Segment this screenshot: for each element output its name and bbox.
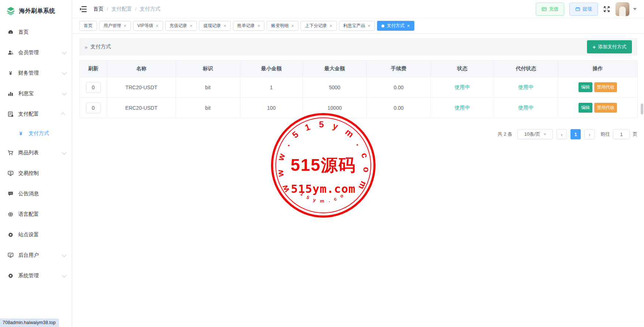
tab-账变明细[interactable]: 账变明细× <box>267 21 298 31</box>
tab-首页[interactable]: 首页 <box>79 21 97 31</box>
tab-提现记录[interactable]: 提现记录× <box>199 21 231 31</box>
goto-page: 前往 页 <box>600 129 637 139</box>
user-avatar[interactable] <box>615 2 629 16</box>
sidebar-item-语言配置[interactable]: 语言配置 <box>0 204 72 225</box>
withdraw-button[interactable]: 提现 <box>569 3 598 16</box>
breadcrumb-item-首页[interactable]: 首页 <box>93 6 103 12</box>
sidebar-item-支付方式[interactable]: ¥支付方式 <box>0 124 72 143</box>
sidebar-item-首页[interactable]: 首页 <box>0 22 72 42</box>
dashboard-icon <box>8 29 14 35</box>
sidebar-item-站点设置[interactable]: 站点设置 <box>0 225 72 245</box>
page-size-select[interactable]: 10条/页 <box>517 129 553 139</box>
sidebar-collapse-icon[interactable] <box>79 6 87 12</box>
max-amount-cell: 5000 <box>303 77 367 98</box>
disable-collect-button[interactable]: 禁用代收 <box>594 82 617 92</box>
logo-icon <box>6 6 16 16</box>
refresh-input[interactable] <box>86 102 101 113</box>
tab-支付方式[interactable]: 支付方式× <box>377 21 414 31</box>
tab-充值记录[interactable]: 充值记录× <box>165 21 197 31</box>
sidebar-item-会员管理[interactable]: 会员管理 <box>0 42 72 63</box>
tag-tabs-bar: 首页用户管理×VIP等级×充值记录×提现记录×抢单记录×账变明细×上下分记录×利… <box>72 18 644 34</box>
current-page-button[interactable]: 1 <box>570 129 581 139</box>
column-header-代付状态: 代付状态 <box>494 61 558 77</box>
sidebar-item-公告消息[interactable]: 公告消息 <box>0 184 72 204</box>
chevron-down-icon <box>62 91 67 95</box>
column-header-刷新: 刷新 <box>80 61 107 77</box>
monitor-check-icon <box>8 252 14 258</box>
refresh-cell <box>80 98 107 118</box>
chevron-down-icon <box>62 273 67 278</box>
tab-label: 充值记录 <box>170 23 187 29</box>
topbar-actions: 充值 提现 <box>536 2 637 16</box>
status-cell: 使用中 <box>431 98 494 118</box>
recharge-label: 充值 <box>549 6 558 12</box>
users-icon <box>8 50 14 56</box>
tab-用户管理[interactable]: 用户管理× <box>99 21 131 31</box>
add-payment-label: 添加支付方式 <box>598 44 626 50</box>
goto-page-input[interactable] <box>613 129 630 139</box>
breadcrumb-separator: / <box>135 6 137 12</box>
breadcrumb-separator: / <box>107 6 108 12</box>
tab-label: 首页 <box>84 23 93 29</box>
gear-icon <box>8 232 14 238</box>
tab-抢单记录[interactable]: 抢单记录× <box>233 21 265 31</box>
table-header-row: 刷新名称标识最小金额最大金额手续费状态代付状态操作 <box>80 61 638 77</box>
chevron-up-icon <box>61 112 65 117</box>
next-page-button[interactable]: › <box>584 129 595 139</box>
breadcrumb: 首页/支付配置/支付方式 <box>93 6 160 12</box>
sidebar-item-系统管理[interactable]: 系统管理 <box>0 266 72 286</box>
refresh-input[interactable] <box>86 82 101 93</box>
withdraw-label: 提现 <box>583 6 592 12</box>
disable-collect-button[interactable]: 禁用代收 <box>594 103 617 113</box>
svg-text:¥: ¥ <box>19 131 22 136</box>
actions-cell: 编辑禁用代收 <box>558 98 638 118</box>
app-root: 海外刷单系统 首页会员管理¥财务管理利息宝支付配置¥支付方式商品列表交易控制公告… <box>0 0 644 327</box>
sidebar-item-label: 财务管理 <box>18 70 39 76</box>
prev-page-button[interactable]: ‹ <box>557 129 567 139</box>
close-icon[interactable]: × <box>329 23 332 28</box>
sidebar-item-支付配置[interactable]: 支付配置 <box>0 104 72 124</box>
close-icon[interactable]: × <box>257 23 260 28</box>
sidebar-item-label: 支付配置 <box>18 111 39 117</box>
active-dot-icon <box>381 25 384 27</box>
column-header-最大金额: 最大金额 <box>303 61 367 77</box>
tab-上下分记录[interactable]: 上下分记录× <box>301 21 337 31</box>
column-header-最小金额: 最小金额 <box>240 61 303 77</box>
goto-label: 前往 <box>600 131 610 138</box>
actions-cell: 编辑禁用代收 <box>558 77 638 98</box>
tab-利息宝产品[interactable]: 利息宝产品× <box>339 21 375 31</box>
sidebar-item-商品列表[interactable]: 商品列表 <box>0 143 72 163</box>
page-size-value: 10条/页 <box>524 131 540 138</box>
breadcrumb-item-支付配置[interactable]: 支付配置 <box>112 6 132 12</box>
sidebar-item-财务管理[interactable]: ¥财务管理 <box>0 63 72 83</box>
close-icon[interactable]: × <box>124 23 127 28</box>
close-icon[interactable]: × <box>190 23 193 28</box>
user-menu-caret-icon[interactable] <box>633 8 637 10</box>
breadcrumb-item-支付方式[interactable]: 支付方式 <box>140 6 160 12</box>
tab-label: 上下分记录 <box>305 23 327 29</box>
sidebar-item-后台用户[interactable]: 后台用户 <box>0 245 72 266</box>
edit-button[interactable]: 编辑 <box>579 103 592 113</box>
code-cell: bit <box>176 98 240 118</box>
scrollbar-thumb[interactable] <box>641 104 643 114</box>
tab-label: 利息宝产品 <box>343 23 365 29</box>
close-icon[interactable]: × <box>291 23 294 28</box>
pagination-total: 共 2 条 <box>498 131 512 138</box>
monitor-icon <box>8 170 14 176</box>
fullscreen-icon[interactable] <box>603 5 610 13</box>
close-icon[interactable]: × <box>407 23 410 28</box>
recharge-button[interactable]: 充值 <box>536 3 564 16</box>
sidebar-item-利息宝[interactable]: 利息宝 <box>0 83 72 104</box>
globe-icon <box>8 211 14 217</box>
sidebar-item-交易控制[interactable]: 交易控制 <box>0 163 72 184</box>
tab-VIP等级[interactable]: VIP等级× <box>133 21 163 31</box>
app-logo: 海外刷单系统 <box>0 0 72 22</box>
fee-cell: 0.00 <box>367 77 431 98</box>
add-payment-method-button[interactable]: + 添加支付方式 <box>587 40 632 53</box>
close-icon[interactable]: × <box>368 23 371 28</box>
edit-button[interactable]: 编辑 <box>579 82 592 92</box>
close-icon[interactable]: × <box>156 23 159 28</box>
yen-icon: ¥ <box>8 70 14 76</box>
tab-label: 抢单记录 <box>237 23 255 29</box>
close-icon[interactable]: × <box>223 23 226 28</box>
